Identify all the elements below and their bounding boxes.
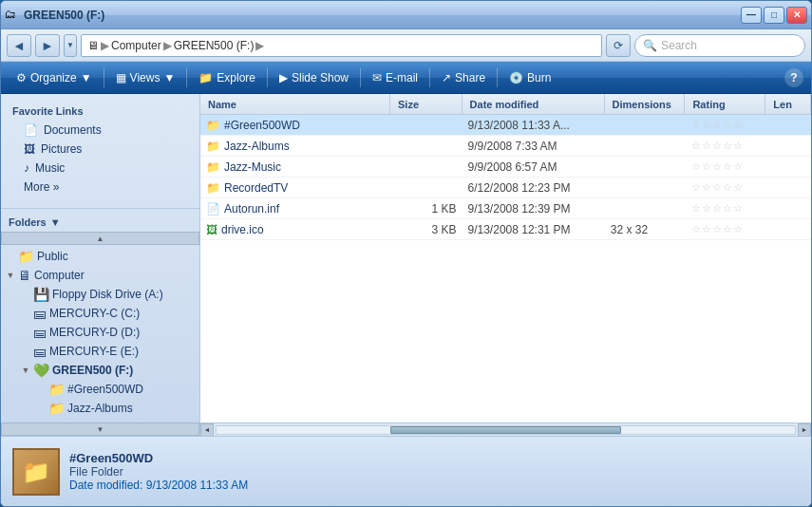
slideshow-button[interactable]: ▶ Slide Show: [272, 66, 356, 90]
expand-icon: [20, 346, 31, 357]
hscroll-thumb[interactable]: [390, 426, 622, 434]
search-box[interactable]: 🔍 Search: [634, 34, 805, 57]
tree-item-computer[interactable]: ▼ 🖥 Computer: [1, 266, 199, 285]
star-5[interactable]: ☆: [733, 140, 743, 152]
star-1[interactable]: ☆: [691, 223, 701, 235]
file-rating-cell[interactable]: ☆ ☆ ☆ ☆ ☆: [686, 202, 766, 215]
email-button[interactable]: ✉ E-mail: [365, 66, 425, 90]
pictures-icon: 🖼: [24, 142, 35, 156]
tree-scroll-up[interactable]: ▲: [1, 232, 199, 245]
refresh-button[interactable]: ⟳: [606, 34, 631, 57]
star-5[interactable]: ☆: [733, 223, 743, 235]
history-dropdown-button[interactable]: ▼: [64, 34, 77, 57]
star-4[interactable]: ☆: [723, 223, 732, 235]
star-2[interactable]: ☆: [702, 223, 711, 235]
hscroll-track[interactable]: [216, 425, 796, 435]
sidebar-item-music[interactable]: ♪ Music: [1, 159, 199, 178]
col-size[interactable]: Size: [390, 94, 463, 114]
sidebar-item-documents[interactable]: 📄 Documents: [1, 121, 199, 140]
col-name[interactable]: Name: [200, 94, 390, 114]
star-3[interactable]: ☆: [712, 160, 722, 173]
star-5[interactable]: ☆: [733, 160, 743, 173]
file-row[interactable]: 📄 Autorun.inf 1 KB 9/13/2008 12:39 PM ☆ …: [200, 198, 811, 219]
folders-header[interactable]: Folders ▼: [1, 213, 199, 232]
star-2[interactable]: ☆: [702, 160, 711, 173]
file-row[interactable]: 🖼 drive.ico 3 KB 9/13/2008 12:31 PM 32 x…: [200, 219, 811, 240]
help-button[interactable]: ?: [784, 68, 803, 87]
file-row[interactable]: 📁 #Green500WD 9/13/2008 11:33 A... ☆ ☆ ☆…: [200, 115, 811, 136]
sidebar-item-more[interactable]: More »: [1, 178, 199, 197]
col-dimensions[interactable]: Dimensions: [605, 94, 686, 114]
share-button[interactable]: ↗ Share: [434, 66, 493, 90]
star-2[interactable]: ☆: [702, 202, 711, 215]
search-placeholder: Search: [661, 39, 697, 52]
explore-button[interactable]: 📁 Explore: [191, 66, 263, 90]
col-len[interactable]: Len: [765, 94, 811, 114]
star-3[interactable]: ☆: [712, 202, 722, 215]
tree-item-jazz-albums[interactable]: 📁 Jazz-Albums: [1, 399, 199, 418]
star-1[interactable]: ☆: [691, 160, 701, 173]
tree-item-public[interactable]: 📁 Public: [1, 247, 199, 266]
tree-item-floppy[interactable]: 💾 Floppy Disk Drive (A:): [1, 285, 199, 304]
star-4[interactable]: ☆: [723, 119, 732, 131]
maximize-button[interactable]: □: [764, 7, 784, 24]
star-2[interactable]: ☆: [702, 119, 711, 131]
star-1[interactable]: ☆: [691, 181, 701, 194]
views-button[interactable]: ▦ Views ▼: [108, 66, 183, 90]
file-row[interactable]: 📁 RecordedTV 6/12/2008 12:23 PM ☆ ☆ ☆ ☆ …: [200, 178, 811, 198]
forward-button[interactable]: ►: [35, 34, 60, 57]
tree-item-jazz-music[interactable]: 📁 Jazz-Music: [1, 418, 199, 422]
star-1[interactable]: ☆: [691, 202, 701, 215]
star-3[interactable]: ☆: [712, 119, 722, 131]
star-4[interactable]: ☆: [723, 140, 732, 152]
tree-scroll-down[interactable]: ▼: [1, 422, 199, 436]
file-row[interactable]: 📁 Jazz-Music 9/9/2008 6:57 AM ☆ ☆ ☆ ☆ ☆: [200, 157, 811, 178]
organize-icon: ⚙: [16, 71, 27, 84]
toolbar-sep-4: [360, 68, 361, 87]
minimize-button[interactable]: —: [741, 7, 762, 24]
star-3[interactable]: ☆: [712, 140, 722, 152]
hscroll-left-btn[interactable]: ◄: [200, 423, 214, 437]
star-3[interactable]: ☆: [712, 223, 722, 235]
views-arrow: ▼: [163, 71, 175, 84]
tree-item-mercury-c[interactable]: 🖴 MERCURY-C (C:): [1, 304, 199, 323]
file-rating-cell[interactable]: ☆ ☆ ☆ ☆ ☆: [686, 223, 766, 235]
address-path[interactable]: 🖥 ▶ Computer ▶ GREEN500 (F:) ▶: [81, 34, 602, 57]
star-4[interactable]: ☆: [723, 160, 732, 173]
star-1[interactable]: ☆: [691, 140, 701, 152]
folder-tree[interactable]: 📁 Public ▼ 🖥 Computer 💾 Floppy Disk Driv: [1, 245, 199, 422]
star-4[interactable]: ☆: [723, 181, 732, 194]
star-2[interactable]: ☆: [702, 181, 711, 194]
file-rating-cell[interactable]: ☆ ☆ ☆ ☆ ☆: [686, 160, 766, 173]
star-1[interactable]: ☆: [691, 119, 701, 131]
star-3[interactable]: ☆: [712, 181, 722, 194]
star-5[interactable]: ☆: [733, 119, 743, 131]
toolbar-sep-3: [267, 68, 268, 87]
star-5[interactable]: ☆: [733, 202, 743, 215]
file-rating-cell[interactable]: ☆ ☆ ☆ ☆ ☆: [686, 140, 766, 152]
favorite-links-header[interactable]: Favorite Links: [1, 102, 199, 121]
star-5[interactable]: ☆: [733, 181, 743, 194]
explore-icon: 📁: [198, 71, 213, 84]
documents-label: Documents: [44, 123, 102, 137]
hscroll-right-btn[interactable]: ►: [798, 423, 811, 437]
tree-item-green500[interactable]: ▼ 💚 GREEN500 (F:): [1, 361, 199, 380]
burn-button[interactable]: 💿 Burn: [501, 66, 558, 90]
close-button[interactable]: ✕: [786, 7, 807, 24]
tree-item-mercury-d[interactable]: 🖴 MERCURY-D (D:): [1, 323, 199, 342]
horizontal-scrollbar[interactable]: ◄ ►: [200, 422, 811, 436]
file-rating-cell[interactable]: ☆ ☆ ☆ ☆ ☆: [686, 119, 766, 131]
file-name-cell: 📁 Jazz-Music: [200, 160, 390, 174]
star-2[interactable]: ☆: [702, 140, 711, 152]
tree-item-green500wd[interactable]: 📁 #Green500WD: [1, 380, 199, 399]
tree-item-mercury-e[interactable]: 🖴 MERCURY-E (E:): [1, 342, 199, 361]
sidebar-item-pictures[interactable]: 🖼 Pictures: [1, 140, 199, 159]
organize-button[interactable]: ⚙ Organize ▼: [9, 66, 100, 90]
more-label: More »: [24, 180, 59, 194]
back-button[interactable]: ◄: [7, 34, 31, 57]
file-row[interactable]: 📁 Jazz-Albums 9/9/2008 7:33 AM ☆ ☆ ☆ ☆ ☆: [200, 136, 811, 157]
col-date[interactable]: Date modified: [463, 94, 605, 114]
star-4[interactable]: ☆: [723, 202, 732, 215]
file-rating-cell[interactable]: ☆ ☆ ☆ ☆ ☆: [686, 181, 766, 194]
col-rating[interactable]: Rating: [685, 94, 765, 114]
